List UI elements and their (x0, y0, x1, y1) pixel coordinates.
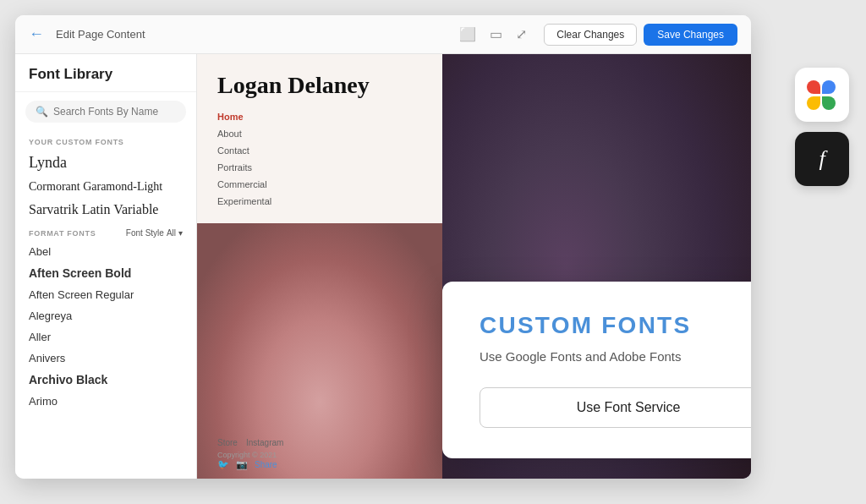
chevron-down-icon: ▾ (178, 228, 183, 238)
list-item-aften-bold[interactable]: Aften Screen Bold (15, 262, 196, 284)
search-icon: 🔍 (36, 106, 48, 118)
content-area: Logan Delaney Home About Contact Portrai… (197, 54, 751, 479)
adobe-fonts-icon: f (819, 146, 825, 172)
list-item-abel[interactable]: Abel (15, 241, 196, 262)
top-bar: ← Edit Page Content ⬜ ▭ ⤢ Clear Changes … (15, 15, 751, 54)
nav-contact[interactable]: Contact (217, 145, 422, 156)
use-font-service-button[interactable]: Use Font Service (480, 387, 751, 428)
body-area: Font Library 🔍 YOUR CUSTOM FONTS Lynda C… (15, 54, 751, 479)
list-item-anivers[interactable]: Anivers (15, 348, 196, 369)
footer-store[interactable]: Store (217, 438, 238, 447)
list-item-archivo-black[interactable]: Archivo Black (15, 369, 196, 391)
search-input[interactable] (53, 106, 176, 118)
custom-fonts-label: YOUR CUSTOM FONTS (15, 131, 196, 150)
list-item-aften-regular[interactable]: Aften Screen Regular (15, 284, 196, 305)
custom-font-lynda[interactable]: Lynda (15, 150, 196, 176)
overlay-title: CUSTOM FONTS (480, 312, 751, 339)
site-person-name: Logan Delaney (217, 71, 422, 100)
nav-experimental[interactable]: Experimental (217, 196, 422, 206)
nav-portraits[interactable]: Portraits (217, 162, 422, 173)
nav-commercial[interactable]: Commercial (217, 179, 422, 189)
format-fonts-label: FORMAT FONTS (29, 229, 96, 238)
save-changes-button[interactable]: Save Changes (644, 24, 737, 46)
font-style-value: All (167, 228, 176, 238)
share-label[interactable]: Share (255, 460, 277, 469)
nav-home[interactable]: Home (217, 112, 422, 122)
clear-changes-button[interactable]: Clear Changes (544, 24, 637, 46)
tablet-icon[interactable]: ▭ (490, 26, 502, 42)
footer-links: Store Instagram (217, 438, 422, 447)
footer-copyright: Copyright © 2021 (217, 451, 422, 459)
search-box[interactable]: 🔍 (25, 101, 186, 123)
adobe-fonts-icon-box[interactable]: f (795, 132, 849, 186)
back-button[interactable]: ← (29, 25, 44, 43)
google-fonts-icon-box[interactable] (795, 68, 849, 122)
sidebar-title: Font Library (15, 54, 196, 92)
custom-fonts-overlay: CUSTOM FONTS Use Google Fonts and Adobe … (442, 282, 751, 458)
twitter-icon[interactable]: 🐦 (217, 459, 229, 470)
instagram-icon[interactable]: 📷 (236, 459, 248, 470)
format-row: FORMAT FONTS Font Style All ▾ (15, 222, 196, 241)
page-edit-label: Edit Page Content (56, 28, 459, 41)
list-item-arimo[interactable]: Arimo (15, 391, 196, 412)
font-style-label: Font Style (126, 228, 164, 238)
monitor-icon[interactable]: ⬜ (459, 26, 476, 42)
site-panel-left: Logan Delaney Home About Contact Portrai… (197, 54, 442, 479)
list-item-aller[interactable]: Aller (15, 326, 196, 348)
social-links: 🐦 📷 Share (217, 459, 422, 470)
nav-about[interactable]: About (217, 129, 422, 139)
google-fonts-icon (807, 79, 837, 110)
font-library-sidebar: Font Library 🔍 YOUR CUSTOM FONTS Lynda C… (15, 54, 197, 479)
service-icons-panel: f (795, 68, 849, 186)
font-style-filter[interactable]: Font Style All ▾ (126, 228, 183, 238)
view-icons: ⬜ ▭ ⤢ (459, 26, 527, 42)
main-window: ← Edit Page Content ⬜ ▭ ⤢ Clear Changes … (15, 15, 751, 479)
expand-icon[interactable]: ⤢ (516, 26, 527, 42)
site-footer: Store Instagram Copyright © 2021 🐦 📷 Sha… (197, 430, 442, 479)
site-info-panel: Logan Delaney Home About Contact Portrai… (197, 54, 442, 223)
footer-instagram[interactable]: Instagram (246, 438, 283, 447)
custom-font-cormorant[interactable]: Cormorant Garamond-Light (15, 176, 196, 198)
list-item-alegreya[interactable]: Alegreya (15, 305, 196, 326)
custom-font-sarvatrik[interactable]: Sarvatrik Latin Variable (15, 198, 196, 222)
overlay-subtitle: Use Google Fonts and Adobe Fonts (480, 349, 751, 364)
